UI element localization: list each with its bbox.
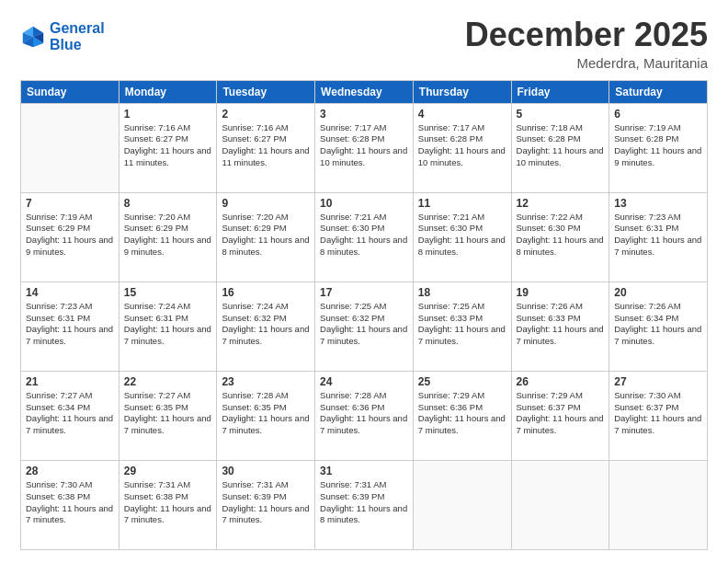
- day-info: Sunrise: 7:29 AM Sunset: 6:36 PM Dayligh…: [418, 390, 506, 437]
- title-block: December 2025 Mederdra, Mauritania: [465, 17, 708, 71]
- day-cell: 21Sunrise: 7:27 AM Sunset: 6:34 PM Dayli…: [21, 371, 119, 460]
- day-info: Sunrise: 7:19 AM Sunset: 6:29 PM Dayligh…: [26, 212, 114, 259]
- logo-general: General: [50, 20, 105, 36]
- day-cell: 5Sunrise: 7:18 AM Sunset: 6:28 PM Daylig…: [511, 103, 609, 192]
- day-number: 1: [124, 108, 212, 121]
- day-cell: 8Sunrise: 7:20 AM Sunset: 6:29 PM Daylig…: [119, 192, 217, 282]
- day-number: 31: [320, 465, 408, 477]
- day-info: Sunrise: 7:18 AM Sunset: 6:28 PM Dayligh…: [517, 122, 605, 169]
- day-cell: 19Sunrise: 7:26 AM Sunset: 6:33 PM Dayli…: [511, 282, 609, 371]
- day-cell: 20Sunrise: 7:26 AM Sunset: 6:34 PM Dayli…: [609, 282, 708, 371]
- day-number: 14: [26, 286, 114, 299]
- day-info: Sunrise: 7:25 AM Sunset: 6:33 PM Dayligh…: [418, 301, 506, 348]
- day-info: Sunrise: 7:26 AM Sunset: 6:34 PM Dayligh…: [614, 301, 702, 348]
- day-cell: 25Sunrise: 7:29 AM Sunset: 6:36 PM Dayli…: [413, 371, 511, 460]
- day-info: Sunrise: 7:21 AM Sunset: 6:30 PM Dayligh…: [418, 212, 506, 259]
- day-number: 21: [26, 375, 114, 388]
- day-cell: 9Sunrise: 7:20 AM Sunset: 6:29 PM Daylig…: [217, 192, 315, 282]
- day-cell: 23Sunrise: 7:28 AM Sunset: 6:35 PM Dayli…: [217, 371, 315, 460]
- logo-text: General Blue: [50, 20, 105, 54]
- day-cell: 1Sunrise: 7:16 AM Sunset: 6:27 PM Daylig…: [119, 103, 217, 192]
- day-number: 15: [124, 286, 212, 299]
- day-info: Sunrise: 7:29 AM Sunset: 6:37 PM Dayligh…: [517, 390, 605, 437]
- day-cell: 16Sunrise: 7:24 AM Sunset: 6:32 PM Dayli…: [217, 282, 315, 371]
- day-info: Sunrise: 7:16 AM Sunset: 6:27 PM Dayligh…: [124, 122, 212, 169]
- day-number: 10: [320, 197, 408, 210]
- weekday-sunday: Sunday: [21, 80, 119, 103]
- weekday-tuesday: Tuesday: [217, 80, 315, 103]
- weekday-thursday: Thursday: [413, 80, 511, 103]
- day-number: 4: [418, 108, 506, 121]
- day-info: Sunrise: 7:17 AM Sunset: 6:28 PM Dayligh…: [320, 122, 408, 169]
- day-cell: 14Sunrise: 7:23 AM Sunset: 6:31 PM Dayli…: [21, 282, 119, 371]
- day-cell: 15Sunrise: 7:24 AM Sunset: 6:31 PM Dayli…: [119, 282, 217, 371]
- week-row-4: 21Sunrise: 7:27 AM Sunset: 6:34 PM Dayli…: [21, 371, 708, 460]
- day-info: Sunrise: 7:28 AM Sunset: 6:36 PM Dayligh…: [320, 390, 408, 437]
- day-cell: 26Sunrise: 7:29 AM Sunset: 6:37 PM Dayli…: [511, 371, 609, 460]
- day-number: 19: [517, 286, 605, 299]
- day-number: 7: [26, 197, 114, 210]
- day-cell: 30Sunrise: 7:31 AM Sunset: 6:39 PM Dayli…: [217, 460, 315, 549]
- day-info: Sunrise: 7:19 AM Sunset: 6:28 PM Dayligh…: [614, 122, 702, 169]
- day-cell: 28Sunrise: 7:30 AM Sunset: 6:38 PM Dayli…: [21, 460, 119, 549]
- weekday-header-row: SundayMondayTuesdayWednesdayThursdayFrid…: [21, 80, 708, 103]
- calendar: SundayMondayTuesdayWednesdayThursdayFrid…: [20, 80, 708, 550]
- day-info: Sunrise: 7:24 AM Sunset: 6:31 PM Dayligh…: [124, 301, 212, 348]
- logo-blue: Blue: [50, 37, 105, 53]
- day-cell: 24Sunrise: 7:28 AM Sunset: 6:36 PM Dayli…: [315, 371, 414, 460]
- day-number: 5: [517, 108, 605, 121]
- day-info: Sunrise: 7:20 AM Sunset: 6:29 PM Dayligh…: [222, 212, 310, 259]
- day-cell: 22Sunrise: 7:27 AM Sunset: 6:35 PM Dayli…: [119, 371, 217, 460]
- day-number: 16: [222, 286, 310, 299]
- day-cell: [511, 460, 609, 549]
- day-info: Sunrise: 7:23 AM Sunset: 6:31 PM Dayligh…: [614, 212, 702, 259]
- day-cell: [609, 460, 708, 549]
- day-number: 11: [418, 197, 506, 210]
- day-cell: 29Sunrise: 7:31 AM Sunset: 6:38 PM Dayli…: [119, 460, 217, 549]
- day-cell: 17Sunrise: 7:25 AM Sunset: 6:32 PM Dayli…: [315, 282, 414, 371]
- day-cell: 31Sunrise: 7:31 AM Sunset: 6:39 PM Dayli…: [315, 460, 414, 549]
- day-number: 20: [614, 286, 702, 299]
- weekday-wednesday: Wednesday: [315, 80, 414, 103]
- day-number: 24: [320, 375, 408, 388]
- day-info: Sunrise: 7:16 AM Sunset: 6:27 PM Dayligh…: [222, 122, 310, 169]
- day-number: 17: [320, 286, 408, 299]
- day-number: 13: [614, 197, 702, 210]
- logo-icon: [20, 24, 46, 50]
- day-info: Sunrise: 7:31 AM Sunset: 6:39 PM Dayligh…: [320, 479, 408, 526]
- header: General Blue December 2025 Mederdra, Mau…: [20, 17, 708, 71]
- week-row-2: 7Sunrise: 7:19 AM Sunset: 6:29 PM Daylig…: [21, 192, 708, 282]
- page: General Blue December 2025 Mederdra, Mau…: [0, 0, 728, 563]
- day-number: 3: [320, 108, 408, 121]
- week-row-3: 14Sunrise: 7:23 AM Sunset: 6:31 PM Dayli…: [21, 282, 708, 371]
- day-number: 23: [222, 375, 310, 388]
- day-info: Sunrise: 7:26 AM Sunset: 6:33 PM Dayligh…: [517, 301, 605, 348]
- week-row-1: 1Sunrise: 7:16 AM Sunset: 6:27 PM Daylig…: [21, 103, 708, 192]
- day-number: 30: [222, 465, 310, 477]
- day-info: Sunrise: 7:30 AM Sunset: 6:37 PM Dayligh…: [614, 390, 702, 437]
- day-number: 6: [614, 108, 702, 121]
- day-number: 12: [517, 197, 605, 210]
- day-info: Sunrise: 7:22 AM Sunset: 6:30 PM Dayligh…: [517, 212, 605, 259]
- day-number: 29: [124, 465, 212, 477]
- day-cell: 3Sunrise: 7:17 AM Sunset: 6:28 PM Daylig…: [315, 103, 414, 192]
- day-info: Sunrise: 7:17 AM Sunset: 6:28 PM Dayligh…: [418, 122, 506, 169]
- day-cell: 4Sunrise: 7:17 AM Sunset: 6:28 PM Daylig…: [413, 103, 511, 192]
- day-cell: 11Sunrise: 7:21 AM Sunset: 6:30 PM Dayli…: [413, 192, 511, 282]
- day-cell: 10Sunrise: 7:21 AM Sunset: 6:30 PM Dayli…: [315, 192, 414, 282]
- weekday-saturday: Saturday: [609, 80, 708, 103]
- day-cell: 27Sunrise: 7:30 AM Sunset: 6:37 PM Dayli…: [609, 371, 708, 460]
- day-info: Sunrise: 7:28 AM Sunset: 6:35 PM Dayligh…: [222, 390, 310, 437]
- day-cell: 12Sunrise: 7:22 AM Sunset: 6:30 PM Dayli…: [511, 192, 609, 282]
- day-info: Sunrise: 7:25 AM Sunset: 6:32 PM Dayligh…: [320, 301, 408, 348]
- day-info: Sunrise: 7:24 AM Sunset: 6:32 PM Dayligh…: [222, 301, 310, 348]
- day-number: 26: [517, 375, 605, 388]
- day-number: 28: [26, 465, 114, 477]
- day-number: 25: [418, 375, 506, 388]
- logo: General Blue: [20, 20, 105, 54]
- day-number: 9: [222, 197, 310, 210]
- day-info: Sunrise: 7:31 AM Sunset: 6:38 PM Dayligh…: [124, 479, 212, 526]
- day-cell: 7Sunrise: 7:19 AM Sunset: 6:29 PM Daylig…: [21, 192, 119, 282]
- day-info: Sunrise: 7:20 AM Sunset: 6:29 PM Dayligh…: [124, 212, 212, 259]
- day-cell: 2Sunrise: 7:16 AM Sunset: 6:27 PM Daylig…: [217, 103, 315, 192]
